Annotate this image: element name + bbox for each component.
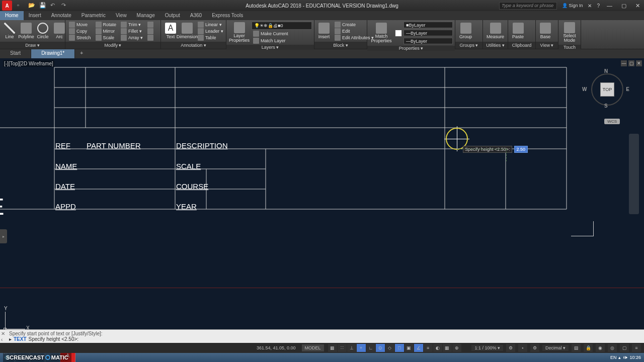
scale-dropdown[interactable]: 1:1 / 100% ▾ [471,345,503,351]
iso-toggle[interactable]: ◇ [385,344,394,352]
panel-draw-label[interactable]: Draw ▾ [0,42,65,49]
customize-button[interactable]: ≡ [632,344,641,352]
annomonitor-toggle[interactable]: ⊕ [452,344,461,352]
drawing-area[interactable]: [-][Top][2D Wireframe] — ▢ ✕ TOP N S E W… [0,58,644,334]
panel-layers-label[interactable]: Layers ▾ [226,45,314,50]
exchange-icon[interactable]: ✕ [588,3,592,9]
panel-utilities-label[interactable]: Utilities ▾ [483,42,508,49]
maximize-button[interactable]: ▢ [619,3,628,9]
polyline-button[interactable]: Polyline [19,22,34,40]
selectmode-button[interactable]: Select Mode [560,21,579,44]
open-icon[interactable]: 📂 [28,2,35,9]
layerprops-button[interactable]: Layer Properties [228,21,250,44]
linear-button[interactable]: Linear ▾ [196,22,225,28]
snap-toggle[interactable]: ∷ [338,344,347,352]
trim-button[interactable]: Trim ▾ [119,22,144,28]
tab-start[interactable]: Start [0,49,31,58]
otrack-toggle[interactable]: ∠ [414,344,423,352]
tray-icon[interactable]: ▴ [618,355,621,360]
linetype-dropdown[interactable]: — ByLayer [404,38,453,44]
hardware-toggle[interactable]: ◉ [596,344,605,352]
osnap-toggle[interactable]: □ [395,344,404,352]
copy-button[interactable]: Copy [67,28,93,34]
ortho-toggle[interactable]: ∟ [366,344,375,352]
close-button[interactable]: ✕ [633,3,642,9]
panel-block-label[interactable]: Block ▾ [314,42,367,49]
search-input[interactable]: Type a keyword or phrase [499,2,557,10]
panel-view-label[interactable]: View ▾ [536,42,558,49]
mirror-button[interactable]: Mirror [94,28,118,34]
help-icon[interactable]: ? [597,3,600,9]
tab-drawing1[interactable]: Drawing1* [31,49,75,58]
tab-home[interactable]: Home [0,11,24,20]
tray-icon-2[interactable]: 🕪 [623,355,627,360]
base-button[interactable]: Base [538,22,553,40]
tab-manage[interactable]: Manage [132,11,160,20]
scale-button[interactable]: Scale [94,35,118,41]
cmd-expand-icon[interactable]: ✕ [1,331,7,336]
makecurrent-button[interactable]: Make Current [252,31,312,37]
stretch-button[interactable]: Stretch [67,35,93,41]
tab-a360[interactable]: A360 [185,11,207,20]
dyninput-toggle[interactable]: + [357,344,366,352]
lineweight-dropdown[interactable]: — ByLayer [404,30,453,36]
tab-parametric[interactable]: Parametric [76,11,111,20]
undo-icon[interactable]: ↶ [50,2,57,9]
table-button[interactable]: Table [196,35,225,41]
transparency-toggle[interactable]: ◐ [433,344,442,352]
minimize-button[interactable]: — [605,3,614,9]
save-icon[interactable]: 💾 [39,2,46,9]
leader-button[interactable]: Leader ▾ [196,28,225,34]
tab-output[interactable]: Output [160,11,185,20]
tab-insert[interactable]: Insert [24,11,46,20]
fillet-button[interactable]: Fillet ▾ [119,28,144,34]
units-dropdown[interactable]: Decimal ▾ [542,345,569,351]
lwt-toggle[interactable]: ≡ [424,344,433,352]
rotate-button[interactable]: Rotate [94,22,118,28]
dimension-button[interactable]: Dimension [180,22,195,40]
cmd-recent-icon[interactable]: ‹ [1,337,7,342]
layer-dropdown[interactable]: 💡☀❄🔒🖨■ 0 [252,22,312,30]
matchprops-button[interactable]: Match Properties [369,22,393,44]
text-button[interactable]: AText [163,22,178,40]
grid-toggle[interactable]: ▦ [328,344,337,352]
3dosnap-toggle[interactable]: ▣ [405,344,414,352]
infer-toggle[interactable]: ⊥ [347,344,356,352]
dynamic-prompt-input[interactable]: 2.50 [514,146,528,153]
model-button[interactable]: MODEL [302,344,324,351]
erase-button[interactable] [146,22,155,28]
tab-express[interactable]: Express Tools [207,11,248,20]
move-button[interactable]: Move [67,22,93,28]
app-logo[interactable]: A [2,1,12,11]
panel-annotation-label[interactable]: Annotation ▾ [161,42,226,49]
new-tab-button[interactable]: + [75,49,88,58]
arc-button[interactable]: Arc [52,22,67,40]
insert-button[interactable]: Insert [316,22,332,40]
new-icon[interactable]: ▫ [17,2,24,9]
gear-icon[interactable]: ⚙ [506,344,515,352]
coordinates[interactable]: 361.54, 41.05, 0.00 [252,345,301,350]
lock-toggle[interactable]: 🔒 [584,344,593,352]
lang-indicator[interactable]: EN [610,355,617,360]
line-button[interactable]: Line [2,22,17,40]
color-dropdown[interactable]: ■ ByLayer [404,22,453,28]
left-palette-tab[interactable]: ▸ [0,229,7,243]
isolate-button[interactable]: ◎ [608,344,617,352]
quickprops-toggle[interactable]: ▤ [572,344,581,352]
workspace-button[interactable]: ⚙ [530,344,539,352]
panel-modify-label[interactable]: Modify ▾ [65,42,160,49]
paste-button[interactable]: Paste [510,22,526,40]
cleanscreen-button[interactable]: ▢ [620,344,629,352]
command-line[interactable]: ✕ ‹ Specify start point of text or [Just… [0,329,644,344]
group-button[interactable]: Group [457,22,474,40]
circle-button[interactable]: Circle [35,22,50,40]
anno-toggle[interactable]: ⋆ [518,344,527,352]
panel-properties-label[interactable]: Properties ▾ [367,46,455,51]
measure-button[interactable]: Measure [485,22,506,40]
clock[interactable]: 10:26 [629,355,641,360]
cycling-toggle[interactable]: ▦ [443,344,452,352]
panel-groups-label[interactable]: Groups ▾ [455,42,482,49]
matchlayer-button[interactable]: Match Layer [252,38,312,44]
redo-icon[interactable]: ↷ [61,2,68,9]
tab-view[interactable]: View [111,11,132,20]
